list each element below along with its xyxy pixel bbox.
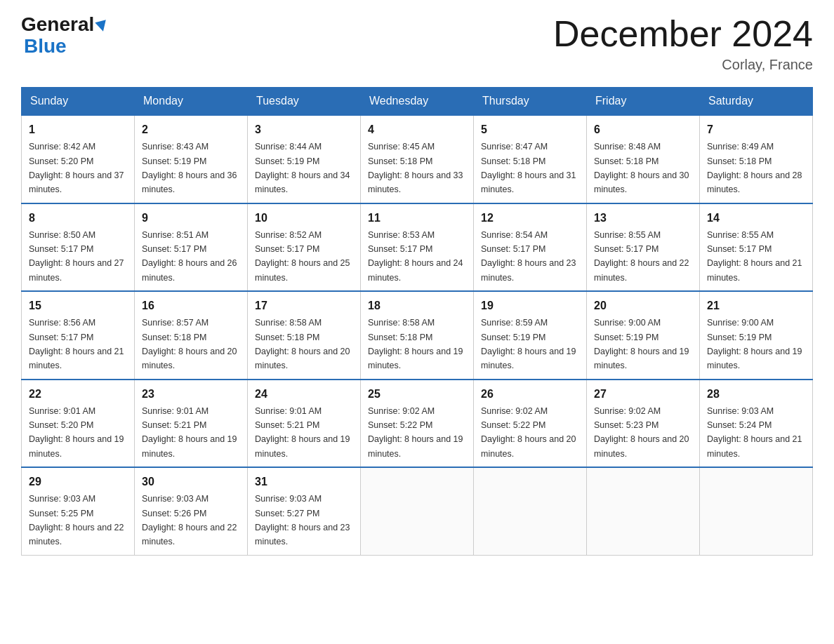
calendar-header-row: Sunday Monday Tuesday Wednesday Thursday… bbox=[22, 88, 813, 116]
table-row: 23 Sunrise: 9:01 AMSunset: 5:21 PMDaylig… bbox=[135, 380, 248, 468]
day-number: 23 bbox=[142, 386, 240, 403]
table-row: 27 Sunrise: 9:02 AMSunset: 5:23 PMDaylig… bbox=[587, 380, 700, 468]
day-number: 19 bbox=[481, 297, 579, 314]
logo-blue-text: Blue bbox=[24, 36, 107, 58]
day-info: Sunrise: 9:01 AMSunset: 5:21 PMDaylight:… bbox=[142, 406, 237, 459]
calendar-week-row: 1 Sunrise: 8:42 AMSunset: 5:20 PMDayligh… bbox=[22, 115, 813, 203]
day-info: Sunrise: 9:02 AMSunset: 5:22 PMDaylight:… bbox=[368, 406, 463, 459]
day-number: 8 bbox=[29, 210, 127, 227]
title-area: December 2024 Corlay, France bbox=[553, 14, 813, 73]
day-info: Sunrise: 8:43 AMSunset: 5:19 PMDaylight:… bbox=[142, 142, 237, 194]
table-row: 17 Sunrise: 8:58 AMSunset: 5:18 PMDaylig… bbox=[248, 291, 361, 380]
calendar-week-row: 8 Sunrise: 8:50 AMSunset: 5:17 PMDayligh… bbox=[22, 203, 813, 292]
day-info: Sunrise: 9:03 AMSunset: 5:25 PMDaylight:… bbox=[29, 494, 124, 546]
day-info: Sunrise: 8:59 AMSunset: 5:19 PMDaylight:… bbox=[481, 318, 576, 370]
day-info: Sunrise: 8:55 AMSunset: 5:17 PMDaylight:… bbox=[594, 230, 689, 283]
day-number: 7 bbox=[707, 121, 805, 138]
day-number: 24 bbox=[255, 386, 353, 403]
day-number: 16 bbox=[142, 297, 240, 314]
table-row: 26 Sunrise: 9:02 AMSunset: 5:22 PMDaylig… bbox=[474, 380, 587, 468]
table-row: 11 Sunrise: 8:53 AMSunset: 5:17 PMDaylig… bbox=[361, 203, 474, 292]
table-row: 5 Sunrise: 8:47 AMSunset: 5:18 PMDayligh… bbox=[474, 115, 587, 203]
day-number: 10 bbox=[255, 210, 353, 227]
table-row: 14 Sunrise: 8:55 AMSunset: 5:17 PMDaylig… bbox=[700, 203, 813, 292]
day-number: 31 bbox=[255, 474, 353, 490]
table-row: 24 Sunrise: 9:01 AMSunset: 5:21 PMDaylig… bbox=[248, 380, 361, 468]
day-info: Sunrise: 9:03 AMSunset: 5:27 PMDaylight:… bbox=[255, 494, 350, 546]
calendar-week-row: 22 Sunrise: 9:01 AMSunset: 5:20 PMDaylig… bbox=[22, 380, 813, 468]
table-row: 12 Sunrise: 8:54 AMSunset: 5:17 PMDaylig… bbox=[474, 203, 587, 292]
day-info: Sunrise: 8:48 AMSunset: 5:18 PMDaylight:… bbox=[594, 142, 689, 194]
day-number: 28 bbox=[707, 386, 805, 403]
table-row bbox=[587, 467, 700, 555]
logo-general-text: General bbox=[21, 14, 94, 36]
day-number: 30 bbox=[142, 474, 240, 490]
day-number: 2 bbox=[142, 121, 240, 138]
logo-triangle-icon bbox=[95, 20, 109, 33]
day-number: 25 bbox=[368, 386, 466, 403]
table-row: 21 Sunrise: 9:00 AMSunset: 5:19 PMDaylig… bbox=[700, 291, 813, 380]
col-monday: Monday bbox=[135, 88, 248, 116]
day-info: Sunrise: 8:50 AMSunset: 5:17 PMDaylight:… bbox=[29, 230, 124, 283]
table-row: 28 Sunrise: 9:03 AMSunset: 5:24 PMDaylig… bbox=[700, 380, 813, 468]
table-row: 7 Sunrise: 8:49 AMSunset: 5:18 PMDayligh… bbox=[700, 115, 813, 203]
day-info: Sunrise: 8:54 AMSunset: 5:17 PMDaylight:… bbox=[481, 230, 576, 283]
day-info: Sunrise: 8:42 AMSunset: 5:20 PMDaylight:… bbox=[29, 142, 124, 194]
table-row bbox=[700, 467, 813, 555]
table-row: 19 Sunrise: 8:59 AMSunset: 5:19 PMDaylig… bbox=[474, 291, 587, 380]
location: Corlay, France bbox=[553, 57, 813, 73]
logo: General Blue bbox=[21, 14, 107, 58]
table-row: 13 Sunrise: 8:55 AMSunset: 5:17 PMDaylig… bbox=[587, 203, 700, 292]
table-row: 30 Sunrise: 9:03 AMSunset: 5:26 PMDaylig… bbox=[135, 467, 248, 555]
col-wednesday: Wednesday bbox=[361, 88, 474, 116]
day-info: Sunrise: 9:02 AMSunset: 5:23 PMDaylight:… bbox=[594, 406, 689, 459]
table-row bbox=[361, 467, 474, 555]
day-info: Sunrise: 8:45 AMSunset: 5:18 PMDaylight:… bbox=[368, 142, 463, 194]
day-number: 4 bbox=[368, 121, 466, 138]
table-row: 25 Sunrise: 9:02 AMSunset: 5:22 PMDaylig… bbox=[361, 380, 474, 468]
day-number: 26 bbox=[481, 386, 579, 403]
table-row: 10 Sunrise: 8:52 AMSunset: 5:17 PMDaylig… bbox=[248, 203, 361, 292]
day-info: Sunrise: 9:01 AMSunset: 5:20 PMDaylight:… bbox=[29, 406, 124, 459]
day-number: 13 bbox=[594, 210, 692, 227]
day-number: 20 bbox=[594, 297, 692, 314]
calendar-week-row: 29 Sunrise: 9:03 AMSunset: 5:25 PMDaylig… bbox=[22, 467, 813, 555]
day-info: Sunrise: 8:56 AMSunset: 5:17 PMDaylight:… bbox=[29, 318, 124, 370]
day-number: 12 bbox=[481, 210, 579, 227]
month-title: December 2024 bbox=[553, 14, 813, 54]
col-tuesday: Tuesday bbox=[248, 88, 361, 116]
table-row bbox=[474, 467, 587, 555]
table-row: 1 Sunrise: 8:42 AMSunset: 5:20 PMDayligh… bbox=[22, 115, 135, 203]
table-row: 2 Sunrise: 8:43 AMSunset: 5:19 PMDayligh… bbox=[135, 115, 248, 203]
day-number: 21 bbox=[707, 297, 805, 314]
col-thursday: Thursday bbox=[474, 88, 587, 116]
day-number: 9 bbox=[142, 210, 240, 227]
day-number: 1 bbox=[29, 121, 127, 138]
col-friday: Friday bbox=[587, 88, 700, 116]
day-info: Sunrise: 8:57 AMSunset: 5:18 PMDaylight:… bbox=[142, 318, 237, 370]
calendar-table: Sunday Monday Tuesday Wednesday Thursday… bbox=[21, 87, 813, 556]
day-info: Sunrise: 9:00 AMSunset: 5:19 PMDaylight:… bbox=[594, 318, 689, 370]
table-row: 22 Sunrise: 9:01 AMSunset: 5:20 PMDaylig… bbox=[22, 380, 135, 468]
col-sunday: Sunday bbox=[22, 88, 135, 116]
day-number: 27 bbox=[594, 386, 692, 403]
day-number: 17 bbox=[255, 297, 353, 314]
day-info: Sunrise: 8:52 AMSunset: 5:17 PMDaylight:… bbox=[255, 230, 350, 283]
page-header: General Blue December 2024 Corlay, Franc… bbox=[21, 14, 813, 73]
calendar-week-row: 15 Sunrise: 8:56 AMSunset: 5:17 PMDaylig… bbox=[22, 291, 813, 380]
day-info: Sunrise: 9:02 AMSunset: 5:22 PMDaylight:… bbox=[481, 406, 576, 459]
table-row: 6 Sunrise: 8:48 AMSunset: 5:18 PMDayligh… bbox=[587, 115, 700, 203]
table-row: 16 Sunrise: 8:57 AMSunset: 5:18 PMDaylig… bbox=[135, 291, 248, 380]
table-row: 18 Sunrise: 8:58 AMSunset: 5:18 PMDaylig… bbox=[361, 291, 474, 380]
day-number: 18 bbox=[368, 297, 466, 314]
table-row: 8 Sunrise: 8:50 AMSunset: 5:17 PMDayligh… bbox=[22, 203, 135, 292]
day-number: 5 bbox=[481, 121, 579, 138]
table-row: 4 Sunrise: 8:45 AMSunset: 5:18 PMDayligh… bbox=[361, 115, 474, 203]
table-row: 20 Sunrise: 9:00 AMSunset: 5:19 PMDaylig… bbox=[587, 291, 700, 380]
day-info: Sunrise: 9:01 AMSunset: 5:21 PMDaylight:… bbox=[255, 406, 350, 459]
day-number: 14 bbox=[707, 210, 805, 227]
day-info: Sunrise: 8:49 AMSunset: 5:18 PMDaylight:… bbox=[707, 142, 802, 194]
day-info: Sunrise: 8:55 AMSunset: 5:17 PMDaylight:… bbox=[707, 230, 802, 283]
day-number: 29 bbox=[29, 474, 127, 490]
day-info: Sunrise: 9:00 AMSunset: 5:19 PMDaylight:… bbox=[707, 318, 802, 370]
